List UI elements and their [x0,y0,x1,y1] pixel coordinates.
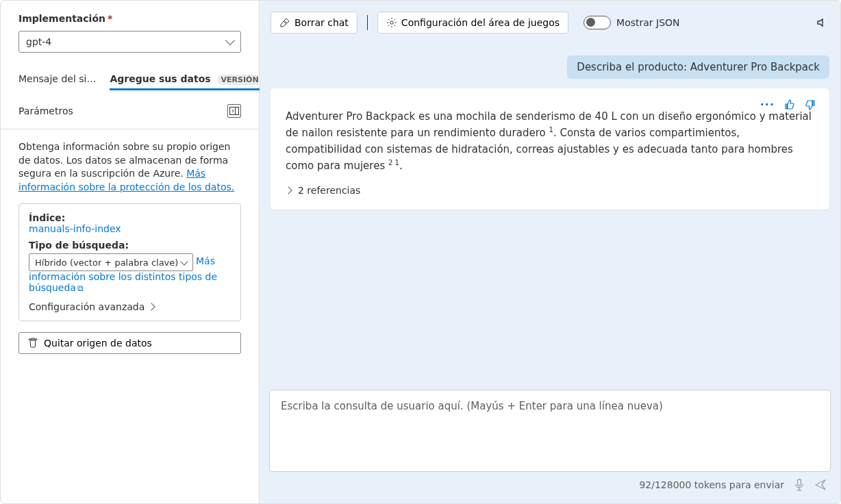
deployment-select[interactable]: gpt-4 [18,31,241,53]
more-icon[interactable]: ··· [760,98,775,111]
left-assistant-setup-panel: Implementación* gpt-4 Mensaje del si… Ag… [1,1,260,503]
deployment-label-text: Implementación [18,13,105,24]
tab-system-message-label: Mensaje del si… [18,73,96,84]
parameters-expand-button[interactable] [227,104,241,118]
show-json-label: Mostrar JSON [616,17,679,28]
search-types-more-link[interactable]: información sobre los distintos tipos de… [29,271,217,293]
citation-2-1[interactable]: 2 1 [388,159,399,166]
chat-toolbar: Borrar chat Configuración del área de ju… [269,12,831,45]
search-type-label: Tipo de búsqueda: [29,240,231,251]
remove-data-source-button[interactable]: Quitar origen de datos [18,332,241,354]
send-icon[interactable] [814,479,827,491]
search-type-row: Híbrido (vector + palabra clave) Más [29,251,231,271]
thumbs-down-icon[interactable] [805,99,816,110]
deployment-label: Implementación* [18,13,241,24]
svg-rect-3 [798,479,801,486]
clear-chat-button[interactable]: Borrar chat [271,12,357,34]
thumbs-up-icon[interactable] [784,99,795,110]
broom-icon [279,17,290,28]
playground-settings-button[interactable]: Configuración del área de juegos [377,12,568,34]
external-link-icon: ⧉ [77,284,84,293]
assistant-message-card: ··· Adventurer Pro Backpack es una mochi… [271,88,829,210]
references-toggle[interactable]: 2 referencias [286,185,813,196]
app-root: Implementación* gpt-4 Mensaje del si… Ag… [0,0,841,504]
tab-system-message[interactable]: Mensaje del si… [18,73,96,90]
gear-icon [386,17,397,28]
advanced-settings-label: Configuración avanzada [29,301,145,312]
remove-data-source-label: Quitar origen de datos [44,338,152,349]
search-type-select[interactable]: Híbrido (vector + palabra clave) [29,253,193,271]
panel-expand-icon [229,107,239,115]
input-footer: 92/128000 tokens para enviar [269,479,831,491]
chat-playground-panel: Borrar chat Configuración del área de ju… [260,1,840,503]
speaker-icon[interactable] [816,16,829,29]
assistant-message-text: Adventurer Pro Backpack es una mochila d… [286,109,813,174]
trash-icon [27,337,38,350]
user-input-textarea[interactable]: Escriba la consulta de usuario aquí. (Ma… [269,390,831,472]
svg-point-2 [390,21,393,24]
show-json-toggle-group: Mostrar JSON [583,16,679,29]
search-types-more-link-row: información sobre los distintos tipos de… [29,271,231,293]
user-message-text: Describa el producto: Adventurer Pro Bac… [577,61,820,73]
show-json-toggle[interactable] [583,16,611,29]
setup-tabs: Mensaje del si… Agregue sus datos VERSIÓ… [18,73,241,90]
svg-rect-0 [230,108,239,115]
assistant-text-seg3: . [399,160,403,172]
parameters-row: Parámetros [18,104,241,129]
index-label: Índice: [29,212,231,223]
deployment-value: gpt-4 [26,36,51,47]
assistant-actions: ··· [760,98,816,111]
data-source-info: Obtenga información sobre su propio orig… [18,140,241,194]
chevron-right-icon [284,186,292,194]
toolbar-divider [367,15,368,30]
chat-messages: Describa el producto: Adventurer Pro Bac… [269,45,831,383]
playground-settings-label: Configuración del área de juegos [401,17,560,28]
references-label: 2 referencias [298,185,360,196]
user-input-placeholder: Escriba la consulta de usuario aquí. (Ma… [281,400,663,412]
search-types-more-link-part1[interactable]: Más [196,255,215,266]
advanced-settings-toggle[interactable]: Configuración avanzada [29,301,231,312]
user-message-bubble: Describa el producto: Adventurer Pro Bac… [567,55,829,79]
data-source-card: Índice: manuals-info-index Tipo de búsqu… [18,203,241,321]
required-asterisk: * [108,13,112,24]
chevron-down-icon [180,257,188,265]
parameters-label: Parámetros [18,105,73,116]
clear-chat-label: Borrar chat [294,17,349,28]
token-count-label: 92/128000 tokens para enviar [639,479,784,490]
divider [1,129,259,129]
microphone-icon[interactable] [794,479,805,491]
search-type-value: Híbrido (vector + palabra clave) [35,257,178,268]
chevron-right-icon [148,303,155,311]
chevron-down-icon [225,36,235,45]
tab-add-your-data-label: Agregue sus datos [110,73,210,84]
index-value-link[interactable]: manuals-info-index [29,223,231,234]
